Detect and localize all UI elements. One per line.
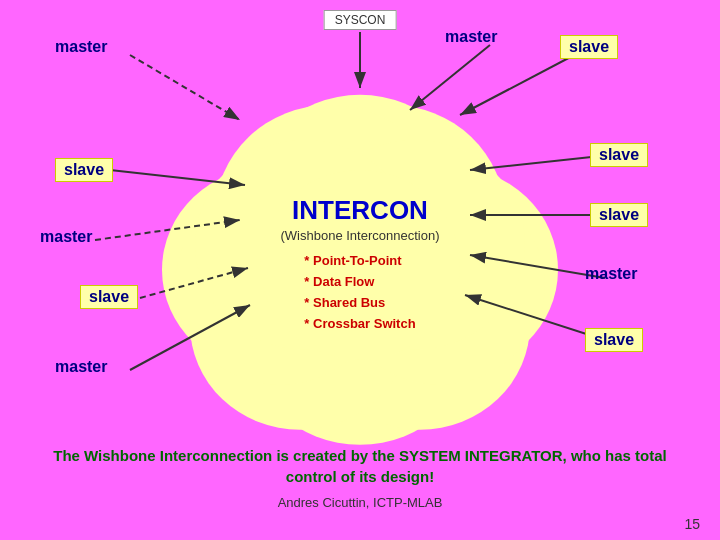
svg-line-3 (130, 55, 240, 120)
svg-line-5 (460, 52, 580, 115)
slave-right-lower: slave (585, 328, 643, 352)
master-right: master (585, 265, 637, 283)
slave-left-lower: slave (80, 285, 138, 309)
master-bottom-left: master (55, 358, 107, 376)
slave-right-upper: slave (590, 143, 648, 167)
bullet-3: * Shared Bus (304, 293, 415, 314)
bullet-list: * Point-To-Point * Data Flow * Shared Bu… (304, 251, 415, 334)
svg-line-11 (95, 220, 240, 240)
wishbone-subtitle: (Wishbone Interconnection) (281, 228, 440, 243)
master-top-right: master (445, 28, 497, 46)
syscon-label: SYSCON (335, 13, 386, 27)
slave-right-middle: slave (590, 203, 648, 227)
slave-left: slave (55, 158, 113, 182)
bullet-1: * Point-To-Point (304, 251, 415, 272)
bullet-2: * Data Flow (304, 272, 415, 293)
master-top-left: master (55, 38, 107, 56)
cloud-container: INTERCON (Wishbone Interconnection) * Po… (220, 135, 500, 395)
slave-top-right: slave (560, 35, 618, 59)
bottom-section: The Wishbone Interconnection is created … (0, 445, 720, 510)
bullet-4: * Crossbar Switch (304, 313, 415, 334)
svg-line-4 (410, 45, 490, 110)
intercon-title: INTERCON (292, 195, 428, 224)
bottom-credit: Andres Cicuttin, ICTP-MLAB (40, 495, 680, 510)
bottom-main-text: The Wishbone Interconnection is created … (40, 445, 680, 487)
page-number: 15 (684, 516, 700, 532)
cloud-content: INTERCON (Wishbone Interconnection) * Po… (220, 135, 500, 395)
master-left-middle: master (40, 228, 92, 246)
syscon-box: SYSCON (324, 10, 397, 30)
